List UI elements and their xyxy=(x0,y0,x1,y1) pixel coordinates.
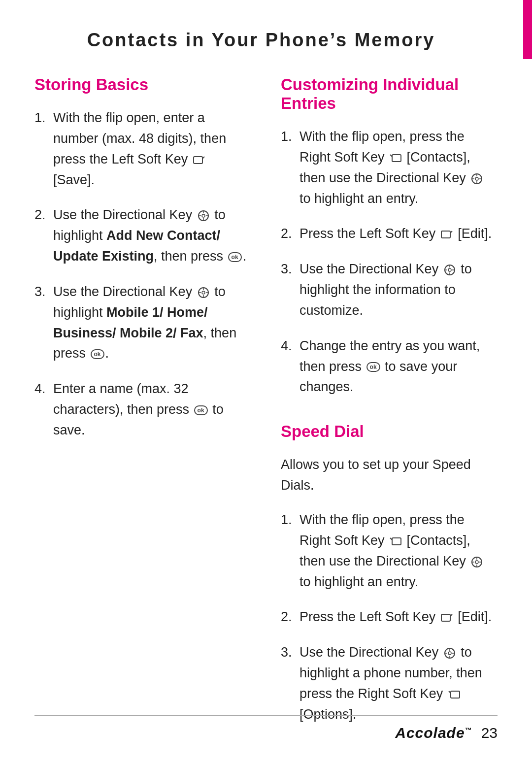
list-item: 4. Enter a name (max. 32 characters), th… xyxy=(34,379,251,441)
footer-brand: Accolade™ xyxy=(395,725,472,741)
page-container: Contacts in Your Phone’s Memory Storing … xyxy=(0,0,532,766)
footer-page-number: 23 xyxy=(481,725,498,741)
list-num: 2. xyxy=(281,607,299,628)
right-soft-key-icon xyxy=(389,153,402,164)
directional-key-icon xyxy=(443,264,456,276)
storing-basics-heading: Storing Basics xyxy=(34,75,251,94)
two-col-layout: Storing Basics 1. With the flip open, en… xyxy=(34,75,498,740)
list-content: With the flip open, press the Right Soft… xyxy=(299,127,498,209)
left-soft-key-icon xyxy=(440,229,453,240)
list-item: 1. With the flip open, press the Right S… xyxy=(281,510,498,592)
list-item: 3. Use the Directional Key xyxy=(281,259,498,321)
svg-rect-46 xyxy=(451,691,460,698)
list-num: 3. xyxy=(281,259,299,280)
ok-key-icon: ok xyxy=(366,362,380,372)
list-content: Use the Directional Key to hig xyxy=(299,259,498,321)
svg-point-33 xyxy=(475,561,478,564)
svg-point-41 xyxy=(448,652,451,655)
list-content: Use the Directional Key xyxy=(299,642,498,725)
list-item: 1. With the flip open, enter a number (m… xyxy=(34,108,251,190)
trademark: ™ xyxy=(465,726,472,734)
svg-rect-22 xyxy=(441,231,450,238)
list-item: 2. Press the Left Soft Key [Edit]. xyxy=(281,607,498,628)
speed-dial-section: Speed Dial Allows you to set up your Spe… xyxy=(281,422,498,725)
directional-key-icon xyxy=(443,647,456,660)
customizing-entries-list: 1. With the flip open, press the Right S… xyxy=(281,127,498,398)
speed-dial-heading: Speed Dial xyxy=(281,422,498,441)
list-content: Press the Left Soft Key [Edit]. xyxy=(299,607,498,628)
list-num: 1. xyxy=(34,108,53,129)
svg-rect-14 xyxy=(392,155,401,162)
list-item: 3. Use the Directional Key xyxy=(34,282,251,364)
footer: Accolade™ 23 xyxy=(34,715,498,741)
right-soft-key-icon xyxy=(448,689,461,700)
directional-key-icon xyxy=(197,286,210,299)
list-item: 1. With the flip open, press the Right S… xyxy=(281,127,498,209)
list-content: Change the entry as you want, then press… xyxy=(299,336,498,398)
customizing-entries-heading: Customizing Individual Entries xyxy=(281,75,498,113)
list-item: 2. Use the Directional Key xyxy=(34,205,251,267)
list-content: With the flip open, enter a number (max.… xyxy=(53,108,251,190)
ok-key-icon: ok xyxy=(228,252,242,262)
left-soft-key-icon xyxy=(193,155,205,166)
list-content: Use the Directional Key to hig xyxy=(53,282,251,364)
ok-key-icon: ok xyxy=(91,349,104,359)
speed-dial-list: 1. With the flip open, press the Right S… xyxy=(281,510,498,725)
ok-key-icon: ok xyxy=(194,405,208,415)
svg-point-25 xyxy=(448,268,451,271)
list-num: 2. xyxy=(281,224,299,244)
list-content: Use the Directional Key to hig xyxy=(53,205,251,267)
list-content: Press the Left Soft Key [Edit]. xyxy=(299,224,498,244)
list-num: 4. xyxy=(34,379,53,400)
svg-point-3 xyxy=(202,214,205,217)
list-content: With the flip open, press the Right Soft… xyxy=(299,510,498,592)
list-num: 3. xyxy=(34,282,53,302)
svg-point-17 xyxy=(475,177,478,180)
svg-rect-30 xyxy=(392,538,401,545)
list-item: 4. Change the entry as you want, then pr… xyxy=(281,336,498,398)
svg-point-9 xyxy=(202,291,205,294)
svg-rect-38 xyxy=(441,614,450,621)
list-num: 3. xyxy=(281,642,299,663)
list-item: 3. Use the Directional Key xyxy=(281,642,498,725)
list-num: 2. xyxy=(34,205,53,226)
storing-basics-list: 1. With the flip open, enter a number (m… xyxy=(34,108,251,441)
left-soft-key-icon xyxy=(440,612,453,623)
speed-dial-intro: Allows you to set up your Speed Dials. xyxy=(281,455,498,496)
directional-key-icon xyxy=(470,172,483,185)
list-num: 1. xyxy=(281,127,299,147)
directional-key-icon xyxy=(197,209,210,222)
list-content: Enter a name (max. 32 characters), then … xyxy=(53,379,251,441)
svg-rect-0 xyxy=(194,157,202,164)
page-title: Contacts in Your Phone’s Memory xyxy=(34,30,498,51)
directional-key-icon xyxy=(470,556,483,568)
list-num: 4. xyxy=(281,336,299,357)
storing-basics-section: Storing Basics 1. With the flip open, en… xyxy=(34,75,251,456)
right-soft-key-icon xyxy=(389,536,402,547)
list-item: 2. Press the Left Soft Key [Edit]. xyxy=(281,224,498,244)
accent-bar xyxy=(523,0,532,59)
list-num: 1. xyxy=(281,510,299,531)
right-column: Customizing Individual Entries 1. With t… xyxy=(281,75,498,740)
